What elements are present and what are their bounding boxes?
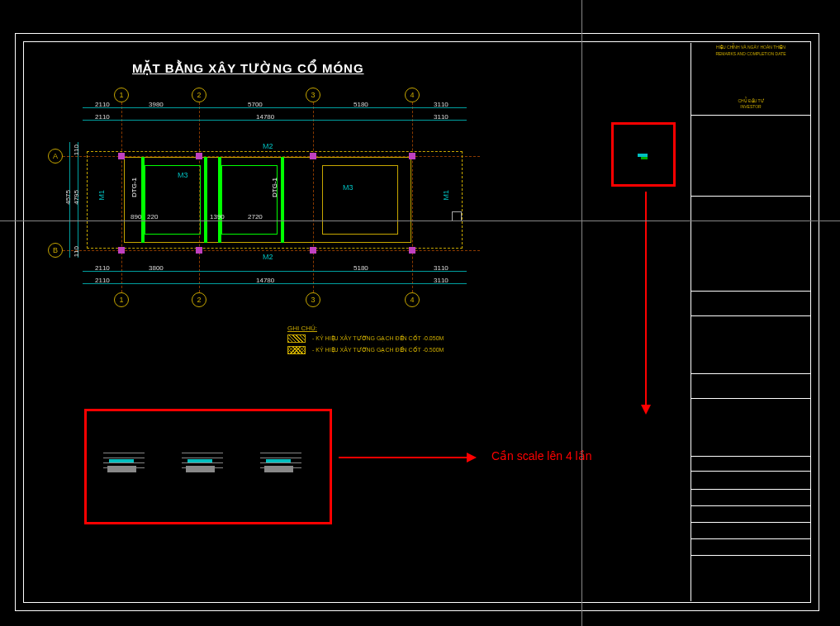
node-4b <box>409 247 415 254</box>
node-1a <box>118 153 125 159</box>
tb-div-9 <box>691 471 810 472</box>
room-1 <box>145 165 201 235</box>
col-1 <box>141 157 145 243</box>
label-m3-a: M3 <box>178 171 188 179</box>
dim-bot-4: 3110 <box>434 264 448 272</box>
room-2 <box>221 165 278 235</box>
label-dtg-1: DTG-1 <box>131 178 138 197</box>
tb-div-2 <box>691 196 810 197</box>
room-3 <box>322 165 398 235</box>
drawing-canvas[interactable]: MẶT BẰNG XÂY TƯỜNG CỔ MÓNG 1 2 3 4 1 2 3… <box>0 0 840 626</box>
dim-bot-3: 5180 <box>354 264 368 272</box>
dim-tie-4: 2720 <box>248 213 263 221</box>
label-m2-top: M2 <box>263 142 273 150</box>
col-2 <box>204 157 207 243</box>
tb-div-11 <box>691 505 810 506</box>
grid-bubble-a: A <box>48 149 63 164</box>
tb-div-8 <box>691 456 810 457</box>
note-1: - KÝ HIỆU XÂY TƯỜNG GẠCH ĐẾN CỐT -0.050M <box>312 335 444 342</box>
dim-left-2: 110 <box>73 246 80 257</box>
dim-left-inner: 4795 <box>73 190 80 205</box>
dim-top-4: 3110 <box>434 101 448 108</box>
dim-line-bot2 <box>83 283 467 284</box>
label-m2-bot: M2 <box>263 253 273 261</box>
crosshair-vertical <box>581 0 582 626</box>
tb-div-10 <box>691 489 810 490</box>
grid-bubble-4-bot: 4 <box>405 292 420 307</box>
dim-top-1: 3980 <box>149 101 164 108</box>
dim-line-top2 <box>83 120 467 121</box>
title-block: HIỆU CHỈNH VÀ NGÀY HOÀN THIỆN REMARKS AN… <box>691 43 810 601</box>
detail-section-2 <box>178 438 227 479</box>
mini-detail <box>634 149 654 164</box>
label-m1-left: M1 <box>97 190 106 201</box>
detail-section-1 <box>99 438 149 479</box>
dim-left-1: 4575 <box>64 190 72 205</box>
dim-top-3: 5180 <box>354 101 368 108</box>
tb-owner2: INVESTOR <box>691 102 810 111</box>
node-4a <box>409 153 415 159</box>
dim-tie-1: 220 <box>147 213 158 221</box>
tb-div-5 <box>691 315 810 316</box>
dim-bot2-2: 14780 <box>256 277 274 284</box>
col-3 <box>218 157 221 243</box>
label-m3-b: M3 <box>343 183 354 192</box>
tb-div-6 <box>691 373 810 374</box>
dim-top2-2: 14780 <box>256 113 274 121</box>
grid-bubble-1-top: 1 <box>114 88 129 102</box>
dim-bot-1: 3800 <box>149 264 164 272</box>
node-3a <box>310 153 316 159</box>
note-2: - KÝ HIỆU XÂY TƯỜNG GẠCH ĐẾN CỐT -0.500M <box>312 347 444 353</box>
tb-div-12 <box>691 522 810 523</box>
tb-div-7 <box>691 398 810 399</box>
dim-top-2: 5700 <box>248 101 263 108</box>
node-1b <box>118 247 125 254</box>
tb-header2: REMARKS AND COMPLETION DATE <box>691 50 810 58</box>
dim-top-0: 2110 <box>95 101 110 108</box>
dim-tie-0: 890 <box>131 213 141 221</box>
detail-section-3 <box>256 438 306 479</box>
drawing-title: MẶT BẰNG XÂY TƯỜNG CỔ MÓNG <box>132 61 364 76</box>
tb-div-13 <box>691 538 810 539</box>
label-m1-right: M1 <box>442 190 450 201</box>
dim-left-0: 110 <box>73 145 80 155</box>
arrow-vert-shaft <box>645 192 647 406</box>
col-4 <box>281 157 284 243</box>
grid-bubble-4-top: 4 <box>405 88 420 102</box>
annotation-text: Cần scale lên 4 lần <box>491 449 592 462</box>
node-3b <box>310 247 316 254</box>
dim-bot2-0: 2110 <box>95 277 110 284</box>
grid-bubble-1-bot: 1 <box>114 292 129 307</box>
dim-line-bot1 <box>83 271 467 272</box>
dim-bot2-4: 3110 <box>434 277 448 284</box>
hatch-legend-1 <box>287 334 306 343</box>
grid-bubble-3-top: 3 <box>306 88 320 102</box>
label-dtg-2: DTG-1 <box>271 178 278 197</box>
crosshair-horizontal <box>0 221 840 221</box>
dim-tie-2: 1390 <box>210 213 225 221</box>
node-2a <box>196 153 202 159</box>
grid-line-b <box>63 250 480 251</box>
dim-line-top1 <box>83 107 467 108</box>
node-2b <box>196 247 202 254</box>
notes-title: GHI CHÚ: <box>287 325 317 332</box>
arrow-vert-head <box>641 405 651 415</box>
grid-bubble-2-bot: 2 <box>192 292 206 307</box>
tb-div-14 <box>691 555 810 556</box>
grid-bubble-b: B <box>48 243 63 258</box>
dim-top2-4: 3110 <box>434 113 448 121</box>
hatch-legend-2 <box>287 346 306 354</box>
dim-bot-0: 2110 <box>95 264 110 272</box>
dim-top2-0: 2110 <box>95 113 110 121</box>
tb-div-4 <box>691 291 810 292</box>
tb-div-1 <box>691 115 810 116</box>
arrow-horiz-shaft <box>339 457 467 458</box>
arrow-horiz-head <box>467 453 477 462</box>
grid-bubble-3-bot: 3 <box>306 292 320 307</box>
grid-bubble-2-top: 2 <box>192 88 206 102</box>
